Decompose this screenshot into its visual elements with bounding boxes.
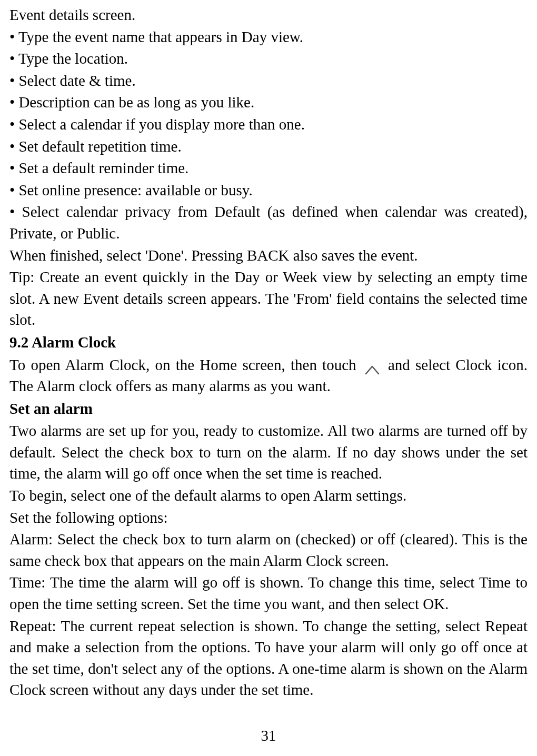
set-alarm-paragraph-3: Set the following options: [9,507,528,529]
bullet-item: • Description can be as long as you like… [9,92,528,113]
bullet-item: • Select calendar privacy from Default (… [9,201,528,244]
bullet-item: • Set default repetition time. [9,136,528,157]
bullet-item: • Type the location. [9,48,528,69]
alarm-open-paragraph: To open Alarm Clock, on the Home screen,… [9,354,528,397]
document-page: Event details screen. • Type the event n… [9,4,528,701]
when-finished-paragraph: When finished, select 'Done'. Pressing B… [9,245,528,266]
up-caret-icon [364,360,381,373]
bullet-item: • Set a default reminder time. [9,157,528,179]
option-alarm-paragraph: Alarm: Select the check box to turn alar… [9,529,528,571]
bullet-item: • Select date & time. [9,70,528,92]
intro-line: Event details screen. [9,4,528,26]
option-time-paragraph: Time: The time the alarm will go off is … [9,572,528,614]
bullet-item: • Set online presence: available or busy… [9,180,528,201]
set-alarm-paragraph-1: Two alarms are set up for you, ready to … [9,420,528,484]
set-alarm-heading: Set an alarm [9,398,528,420]
tip-paragraph: Tip: Create an event quickly in the Day … [9,266,528,331]
bullet-item: • Type the event name that appears in Da… [9,26,528,48]
option-repeat-paragraph: Repeat: The current repeat selection is … [9,615,528,701]
page-number: 31 [0,725,537,747]
alarm-open-text-pre: To open Alarm Clock, on the Home screen,… [9,356,362,373]
section-heading-9-2: 9.2 Alarm Clock [9,332,528,353]
bullet-item: • Select a calendar if you display more … [9,114,528,135]
set-alarm-paragraph-2: To begin, select one of the default alar… [9,485,528,506]
